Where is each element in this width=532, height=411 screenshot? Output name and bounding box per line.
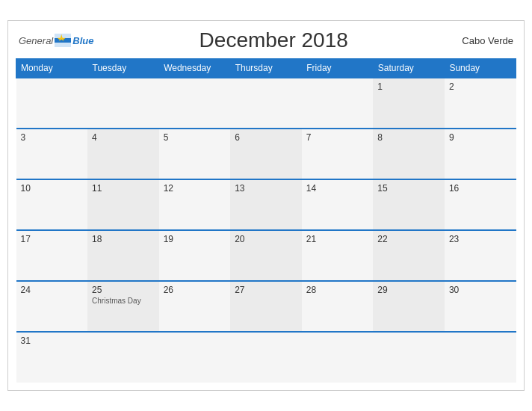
day-number: 31 xyxy=(21,336,84,346)
day-number: 29 xyxy=(377,285,440,295)
calendar-thead: MondayTuesdayWednesdayThursdayFridaySatu… xyxy=(16,59,516,78)
day-number: 13 xyxy=(235,183,297,194)
calendar-row: 10111213141516 xyxy=(16,179,516,230)
day-number: 27 xyxy=(235,285,297,295)
calendar-cell: 26 xyxy=(159,281,231,332)
calendar-cell: 10 xyxy=(16,179,88,230)
holiday-label: Christmas Day xyxy=(92,297,155,305)
svg-rect-2 xyxy=(55,43,71,47)
svg-rect-0 xyxy=(55,34,71,38)
calendar-cell: 15 xyxy=(373,179,445,230)
column-header-saturday: Saturday xyxy=(373,59,445,78)
calendar-cell xyxy=(87,78,159,129)
calendar-cell: 13 xyxy=(230,179,302,230)
day-number: 17 xyxy=(21,234,84,244)
calendar-title: December 2018 xyxy=(93,28,454,52)
calendar-cell: 25Christmas Day xyxy=(87,281,159,332)
logo-flag-icon xyxy=(55,34,71,47)
calendar-row: 31 xyxy=(16,332,516,383)
calendar-cell: 31 xyxy=(16,332,88,383)
calendar-cell: 19 xyxy=(159,230,231,281)
day-number: 19 xyxy=(164,234,226,244)
logo: General Blue xyxy=(19,34,93,47)
calendar-tbody: 1234567891011121314151617181920212223242… xyxy=(16,78,516,383)
day-number: 24 xyxy=(21,285,84,295)
day-number: 23 xyxy=(449,234,512,244)
column-header-monday: Monday xyxy=(16,59,88,78)
calendar-cell xyxy=(159,78,231,129)
calendar-cell: 14 xyxy=(302,179,374,230)
column-header-wednesday: Wednesday xyxy=(159,59,231,78)
calendar-cell: 16 xyxy=(445,179,516,230)
calendar-cell: 24 xyxy=(16,281,88,332)
calendar-cell: 7 xyxy=(302,129,374,179)
day-number: 16 xyxy=(449,183,512,194)
calendar-row: 17181920212223 xyxy=(16,230,516,281)
column-header-sunday: Sunday xyxy=(445,59,516,78)
day-number: 6 xyxy=(235,132,297,143)
day-number: 28 xyxy=(306,285,369,295)
day-number: 4 xyxy=(92,132,155,143)
day-number: 8 xyxy=(377,132,440,143)
calendar-cell: 22 xyxy=(373,230,445,281)
day-number: 15 xyxy=(377,183,440,194)
calendar-cell: 23 xyxy=(445,230,516,281)
day-number: 22 xyxy=(377,234,440,244)
day-number: 30 xyxy=(449,285,512,295)
calendar-cell xyxy=(302,332,374,383)
calendar-cell: 11 xyxy=(87,179,159,230)
day-number: 18 xyxy=(92,234,155,244)
calendar-cell: 27 xyxy=(230,281,302,332)
calendar-cell: 4 xyxy=(87,129,159,179)
calendar-cell: 2 xyxy=(445,78,516,129)
calendar-row: 2425Christmas Day2627282930 xyxy=(16,281,516,332)
calendar-cell: 9 xyxy=(445,129,516,179)
calendar-cell: 18 xyxy=(87,230,159,281)
calendar-cell: 20 xyxy=(230,230,302,281)
calendar-cell: 1 xyxy=(373,78,445,129)
day-number: 25 xyxy=(92,285,155,295)
calendar-country: Cabo Verde xyxy=(454,35,513,46)
logo-general: General xyxy=(19,35,53,46)
calendar-cell: 21 xyxy=(302,230,374,281)
day-number: 3 xyxy=(21,132,84,143)
calendar-cell xyxy=(16,78,88,129)
calendar-cell: 8 xyxy=(373,129,445,179)
calendar-cell: 6 xyxy=(230,129,302,179)
calendar-cell: 28 xyxy=(302,281,374,332)
calendar-cell xyxy=(230,332,302,383)
calendar-cell: 12 xyxy=(159,179,231,230)
day-number: 7 xyxy=(306,132,369,143)
calendar-container: General Blue December 2018 Cabo Verde Mo… xyxy=(7,20,525,391)
calendar-header-row: MondayTuesdayWednesdayThursdayFridaySatu… xyxy=(16,59,516,78)
calendar-cell xyxy=(87,332,159,383)
column-header-thursday: Thursday xyxy=(230,59,302,78)
day-number: 5 xyxy=(164,132,226,143)
calendar-row: 3456789 xyxy=(16,129,516,179)
day-number: 11 xyxy=(92,183,155,194)
day-number: 20 xyxy=(235,234,297,244)
calendar-cell xyxy=(159,332,231,383)
calendar-cell xyxy=(373,332,445,383)
calendar-header: General Blue December 2018 Cabo Verde xyxy=(16,28,516,52)
day-number: 10 xyxy=(21,183,84,194)
day-number: 12 xyxy=(164,183,226,194)
day-number: 14 xyxy=(306,183,369,194)
day-number: 1 xyxy=(377,81,440,92)
calendar-cell xyxy=(302,78,374,129)
calendar-cell xyxy=(230,78,302,129)
calendar-cell xyxy=(445,332,516,383)
day-number: 2 xyxy=(449,81,512,92)
column-header-tuesday: Tuesday xyxy=(87,59,159,78)
calendar-cell: 3 xyxy=(16,129,88,179)
day-number: 9 xyxy=(449,132,512,143)
calendar-cell: 17 xyxy=(16,230,88,281)
day-number: 26 xyxy=(164,285,226,295)
logo-blue: Blue xyxy=(72,35,93,46)
calendar-cell: 29 xyxy=(373,281,445,332)
column-header-friday: Friday xyxy=(302,59,374,78)
calendar-cell: 30 xyxy=(445,281,516,332)
calendar-table: MondayTuesdayWednesdayThursdayFridaySatu… xyxy=(16,58,516,383)
calendar-row: 12 xyxy=(16,78,516,129)
day-number: 21 xyxy=(306,234,369,244)
